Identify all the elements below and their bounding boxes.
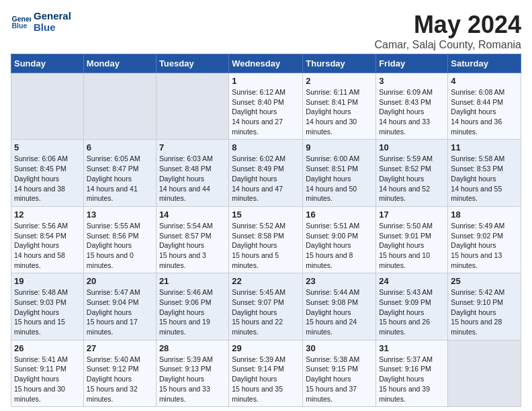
- calendar-week-row: 26Sunrise: 5:41 AMSunset: 9:11 PMDayligh…: [11, 340, 521, 406]
- day-number: 9: [306, 142, 373, 152]
- calendar-cell: 17Sunrise: 5:50 AMSunset: 9:01 PMDayligh…: [376, 206, 448, 273]
- day-number: 20: [87, 276, 153, 286]
- day-number: 15: [232, 210, 300, 220]
- logo-icon: General Blue: [11, 12, 31, 32]
- calendar-body: 1Sunrise: 6:12 AMSunset: 8:40 PMDaylight…: [11, 73, 521, 407]
- calendar-week-row: 12Sunrise: 5:56 AMSunset: 8:54 PMDayligh…: [11, 206, 521, 273]
- calendar-week-row: 1Sunrise: 6:12 AMSunset: 8:40 PMDaylight…: [11, 73, 521, 140]
- calendar-cell: [448, 340, 521, 406]
- day-number: 31: [379, 343, 445, 353]
- day-info: Sunrise: 5:55 AMSunset: 8:56 PMDaylight …: [87, 221, 153, 270]
- day-info: Sunrise: 6:09 AMSunset: 8:43 PMDaylight …: [379, 87, 445, 136]
- calendar-subtitle: Camar, Salaj County, Romania: [375, 39, 521, 51]
- day-number: 3: [379, 76, 445, 86]
- day-info: Sunrise: 6:12 AMSunset: 8:40 PMDaylight …: [232, 87, 300, 136]
- day-number: 2: [306, 76, 373, 86]
- calendar-cell: 22Sunrise: 5:45 AMSunset: 9:07 PMDayligh…: [229, 273, 303, 340]
- calendar-cell: 26Sunrise: 5:41 AMSunset: 9:11 PMDayligh…: [11, 340, 84, 406]
- weekday-header-thursday: Thursday: [303, 54, 376, 73]
- day-info: Sunrise: 5:56 AMSunset: 8:54 PMDaylight …: [14, 221, 81, 270]
- day-info: Sunrise: 5:54 AMSunset: 8:57 PMDaylight …: [159, 221, 226, 270]
- day-info: Sunrise: 5:45 AMSunset: 9:07 PMDaylight …: [232, 287, 300, 336]
- calendar-cell: [156, 73, 228, 140]
- calendar-cell: 4Sunrise: 6:08 AMSunset: 8:44 PMDaylight…: [448, 73, 521, 140]
- logo-text: General Blue: [34, 11, 71, 33]
- calendar-cell: 25Sunrise: 5:42 AMSunset: 9:10 PMDayligh…: [448, 273, 521, 340]
- weekday-header-saturday: Saturday: [448, 54, 521, 73]
- day-info: Sunrise: 5:46 AMSunset: 9:06 PMDaylight …: [159, 287, 226, 336]
- day-number: 24: [379, 276, 445, 286]
- day-info: Sunrise: 5:41 AMSunset: 9:11 PMDaylight …: [14, 355, 81, 404]
- calendar-cell: 9Sunrise: 6:00 AMSunset: 8:51 PMDaylight…: [303, 140, 376, 206]
- calendar-title: May 2024: [375, 11, 521, 39]
- day-info: Sunrise: 5:39 AMSunset: 9:13 PMDaylight …: [159, 355, 226, 404]
- weekday-header-friday: Friday: [376, 54, 448, 73]
- day-number: 10: [379, 142, 445, 152]
- page-container: General Blue General Blue May 2024 Camar…: [0, 0, 532, 411]
- day-number: 28: [159, 343, 226, 353]
- day-info: Sunrise: 5:59 AMSunset: 8:52 PMDaylight …: [379, 154, 445, 203]
- day-info: Sunrise: 6:02 AMSunset: 8:49 PMDaylight …: [232, 154, 300, 203]
- calendar-cell: 14Sunrise: 5:54 AMSunset: 8:57 PMDayligh…: [156, 206, 228, 273]
- header: General Blue General Blue May 2024 Camar…: [11, 11, 521, 51]
- day-number: 22: [232, 276, 300, 286]
- day-info: Sunrise: 5:38 AMSunset: 9:15 PMDaylight …: [306, 355, 373, 404]
- day-number: 30: [306, 343, 373, 353]
- calendar-cell: 5Sunrise: 6:06 AMSunset: 8:45 PMDaylight…: [11, 140, 84, 206]
- calendar-cell: 6Sunrise: 6:05 AMSunset: 8:47 PMDaylight…: [83, 140, 156, 206]
- day-number: 21: [159, 276, 226, 286]
- calendar-cell: 24Sunrise: 5:43 AMSunset: 9:09 PMDayligh…: [376, 273, 448, 340]
- day-number: 16: [306, 210, 373, 220]
- day-info: Sunrise: 6:06 AMSunset: 8:45 PMDaylight …: [14, 154, 81, 203]
- calendar-cell: 28Sunrise: 5:39 AMSunset: 9:13 PMDayligh…: [156, 340, 228, 406]
- calendar-cell: 16Sunrise: 5:51 AMSunset: 9:00 PMDayligh…: [303, 206, 376, 273]
- day-number: 6: [87, 142, 153, 152]
- day-info: Sunrise: 5:39 AMSunset: 9:14 PMDaylight …: [232, 355, 300, 404]
- day-number: 18: [451, 210, 518, 220]
- weekday-header-wednesday: Wednesday: [229, 54, 303, 73]
- calendar-cell: 8Sunrise: 6:02 AMSunset: 8:49 PMDaylight…: [229, 140, 303, 206]
- day-info: Sunrise: 6:11 AMSunset: 8:41 PMDaylight …: [306, 87, 373, 136]
- calendar-cell: 29Sunrise: 5:39 AMSunset: 9:14 PMDayligh…: [229, 340, 303, 406]
- calendar-cell: 30Sunrise: 5:38 AMSunset: 9:15 PMDayligh…: [303, 340, 376, 406]
- calendar-cell: 20Sunrise: 5:47 AMSunset: 9:04 PMDayligh…: [83, 273, 156, 340]
- day-info: Sunrise: 5:40 AMSunset: 9:12 PMDaylight …: [87, 355, 153, 404]
- day-info: Sunrise: 6:05 AMSunset: 8:47 PMDaylight …: [87, 154, 153, 203]
- day-number: 13: [87, 210, 153, 220]
- day-number: 14: [159, 210, 226, 220]
- day-number: 11: [451, 142, 518, 152]
- day-number: 26: [14, 343, 81, 353]
- weekday-header-tuesday: Tuesday: [156, 54, 228, 73]
- day-info: Sunrise: 6:03 AMSunset: 8:48 PMDaylight …: [159, 154, 226, 203]
- calendar-cell: 31Sunrise: 5:37 AMSunset: 9:16 PMDayligh…: [376, 340, 448, 406]
- day-info: Sunrise: 5:42 AMSunset: 9:10 PMDaylight …: [451, 287, 518, 336]
- day-number: 7: [159, 142, 226, 152]
- calendar-cell: [83, 73, 156, 140]
- day-info: Sunrise: 5:58 AMSunset: 8:53 PMDaylight …: [451, 154, 518, 203]
- day-number: 29: [232, 343, 300, 353]
- day-info: Sunrise: 5:50 AMSunset: 9:01 PMDaylight …: [379, 221, 445, 270]
- calendar-cell: 18Sunrise: 5:49 AMSunset: 9:02 PMDayligh…: [448, 206, 521, 273]
- calendar-cell: 10Sunrise: 5:59 AMSunset: 8:52 PMDayligh…: [376, 140, 448, 206]
- calendar-cell: 11Sunrise: 5:58 AMSunset: 8:53 PMDayligh…: [448, 140, 521, 206]
- day-number: 27: [87, 343, 153, 353]
- day-info: Sunrise: 5:47 AMSunset: 9:04 PMDaylight …: [87, 287, 153, 336]
- day-info: Sunrise: 5:48 AMSunset: 9:03 PMDaylight …: [14, 287, 81, 336]
- logo: General Blue General Blue: [11, 11, 71, 33]
- calendar-cell: 7Sunrise: 6:03 AMSunset: 8:48 PMDaylight…: [156, 140, 228, 206]
- weekday-header-monday: Monday: [83, 54, 156, 73]
- calendar-header: SundayMondayTuesdayWednesdayThursdayFrid…: [11, 54, 521, 73]
- calendar-cell: 12Sunrise: 5:56 AMSunset: 8:54 PMDayligh…: [11, 206, 84, 273]
- weekday-header-sunday: Sunday: [11, 54, 84, 73]
- day-number: 23: [306, 276, 373, 286]
- calendar-cell: [11, 73, 84, 140]
- logo-line1: General: [34, 11, 71, 22]
- day-number: 12: [14, 210, 81, 220]
- day-number: 1: [232, 76, 300, 86]
- day-info: Sunrise: 5:43 AMSunset: 9:09 PMDaylight …: [379, 287, 445, 336]
- calendar-cell: 13Sunrise: 5:55 AMSunset: 8:56 PMDayligh…: [83, 206, 156, 273]
- title-section: May 2024 Camar, Salaj County, Romania: [375, 11, 521, 51]
- day-info: Sunrise: 5:44 AMSunset: 9:08 PMDaylight …: [306, 287, 373, 336]
- calendar-cell: 21Sunrise: 5:46 AMSunset: 9:06 PMDayligh…: [156, 273, 228, 340]
- calendar-week-row: 5Sunrise: 6:06 AMSunset: 8:45 PMDaylight…: [11, 140, 521, 206]
